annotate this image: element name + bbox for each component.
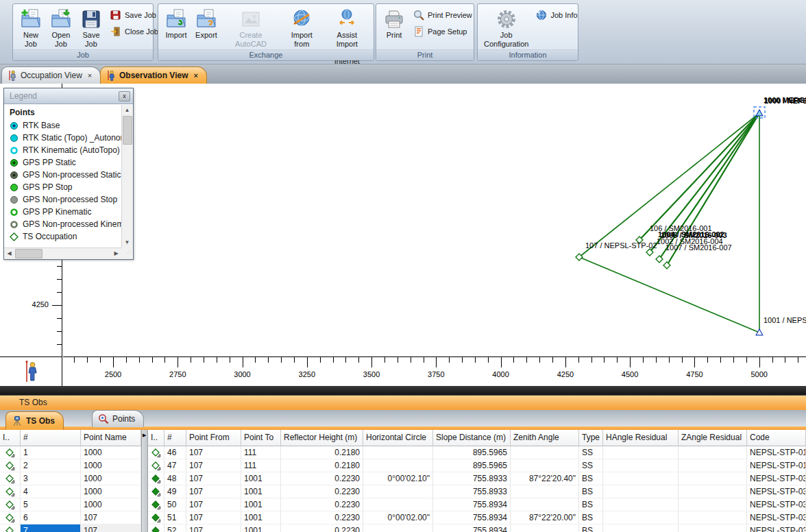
scrollbar-thumb[interactable] xyxy=(15,249,42,258)
scroll-right-icon[interactable]: ▶ xyxy=(111,248,121,258)
axis-tick xyxy=(57,266,62,267)
ts-occupation-marker xyxy=(663,262,670,269)
table-row[interactable]: 6107 xyxy=(0,511,141,524)
scroll-down-icon[interactable]: ▼ xyxy=(122,237,132,247)
column-header-reflector-height-m[interactable]: Reflector Height (m) xyxy=(281,430,363,446)
cell xyxy=(511,498,579,511)
export-button[interactable]: Export xyxy=(192,6,221,41)
legend-item-gps-non-processed-static[interactable]: GPS Non-processed Static xyxy=(4,169,121,181)
column-header-point-name[interactable]: Point Name xyxy=(81,430,141,446)
column-header-horizontal-circle[interactable]: Horizontal Circle xyxy=(363,430,433,446)
map-point-c4[interactable] xyxy=(663,262,670,269)
legend-header[interactable]: Legend x xyxy=(4,88,133,104)
column-header-point-to[interactable]: Point To xyxy=(241,430,281,446)
legend-item-gps-pp-kinematic[interactable]: GPS PP Kinematic xyxy=(4,206,121,218)
point-label: 1000 / NEPS xyxy=(764,97,806,105)
job-info-button[interactable]: Job Info xyxy=(536,10,577,21)
table-row[interactable]: 4910710010.2230755.8933BSNEPSL-STP-03 xyxy=(148,485,806,498)
column-header-zangle-residual[interactable]: ZAngle Residual xyxy=(679,430,747,446)
table-row[interactable]: 11000 xyxy=(0,446,141,459)
cell: 107 xyxy=(186,472,241,485)
panel-separator xyxy=(0,386,806,395)
column-header-point-from[interactable]: Point From xyxy=(186,430,241,446)
cell: 1 xyxy=(21,446,81,459)
table-row[interactable]: 31000 xyxy=(0,472,141,485)
axis-tick xyxy=(733,357,734,363)
print-preview-button[interactable]: Print Preview xyxy=(413,10,472,21)
tab-occupation-view[interactable]: Occupation View × xyxy=(1,66,101,84)
table-row[interactable]: 41000 xyxy=(0,485,141,498)
cell xyxy=(363,459,433,472)
legend-item-gps-non-processed-stop[interactable]: GPS Non-processed Stop xyxy=(4,193,121,206)
legend-item-gps-pp-stop[interactable]: GPS PP Stop xyxy=(4,181,121,193)
tab-points[interactable]: Points xyxy=(92,410,144,427)
column-header-zenith-angle[interactable]: Zenith Angle xyxy=(511,430,579,446)
column-header-i[interactable]: I.. xyxy=(0,430,21,446)
cell: NEPSL-STP-03 xyxy=(747,498,806,511)
scroll-left-icon[interactable]: ◀ xyxy=(4,248,14,258)
save-job-as-icon xyxy=(110,10,121,21)
legend-item-rtk-static-topo-autonor[interactable]: RTK Static (Topo) _Autonor xyxy=(4,132,121,144)
axis-tick xyxy=(411,357,411,363)
cell: 755.8933 xyxy=(433,485,511,498)
legend-item-rtk-kinematic-autotopo[interactable]: RTK Kinematic (AutoTopo) xyxy=(4,144,121,156)
column-header-code[interactable]: Code xyxy=(747,430,806,446)
table-row[interactable]: 5210710010.2230755.8934BSNEPSL-STP-03 xyxy=(148,524,806,532)
table-row[interactable]: 5110710010.22300°00'02.00"755.893487°22'… xyxy=(148,511,806,524)
close-tab-icon[interactable]: × xyxy=(88,71,92,80)
table-splitter[interactable]: ▶ xyxy=(141,430,148,532)
legend-vertical-scrollbar[interactable]: ▲ ▼ xyxy=(121,105,133,247)
scrollbar-thumb[interactable] xyxy=(123,116,132,145)
table-row[interactable]: 21000 xyxy=(0,459,141,472)
tab-ts-obs[interactable]: TS Obs xyxy=(5,411,64,430)
legend-item-ts-occupation[interactable]: TS Occupation xyxy=(4,230,121,243)
column-header-type[interactable]: Type xyxy=(579,430,603,446)
legend-item-label: GPS Non-processed Kinem xyxy=(23,219,121,229)
column-header-[interactable]: # xyxy=(164,430,186,446)
ts-observations-table: I..#Point FromPoint ToReflector Height (… xyxy=(148,430,806,532)
legend-item-gps-non-processed-kinem[interactable]: GPS Non-processed Kinem xyxy=(4,218,121,230)
cell: NEPSL-STP-03 xyxy=(747,511,806,524)
new-job-button[interactable]: New Job xyxy=(16,6,45,49)
close-tab-icon[interactable]: × xyxy=(193,71,197,80)
table-row[interactable]: 5010710010.2230755.8934BSNEPSL-STP-03 xyxy=(148,498,806,511)
tab-observation-view[interactable]: Observation View × xyxy=(100,66,207,84)
survey-map-canvas[interactable]: 1000 MERGE1000 / NEPS106 / SM2016-001100… xyxy=(63,84,806,356)
table-row[interactable]: 461071110.2180895.5965SSNEPSL-STP-01 xyxy=(148,446,806,459)
legend-close-button[interactable]: x xyxy=(119,91,130,101)
axis-tick xyxy=(539,357,540,363)
legend-horizontal-scrollbar[interactable]: ◀ ▶ xyxy=(4,247,121,259)
legend-item-rtk-base[interactable]: RTK Base xyxy=(4,119,121,132)
cell: 107 xyxy=(186,446,241,459)
print-button[interactable]: Print xyxy=(380,6,408,41)
axis-tick xyxy=(759,357,760,367)
table-row[interactable]: 4810710010.22300°00'02.10"755.893387°22'… xyxy=(148,472,806,485)
column-header-i[interactable]: I.. xyxy=(148,430,164,446)
job-configuration-button[interactable]: Job Configuration xyxy=(481,6,531,49)
table-row[interactable]: 7107 xyxy=(0,524,141,532)
scroll-up-icon[interactable]: ▲ xyxy=(122,105,132,115)
table-row[interactable]: 471071110.2180895.5965SSNEPSL-STP-01 xyxy=(148,459,806,472)
legend-panel: Legend x Points RTK BaseRTK Static (Topo… xyxy=(3,88,134,260)
column-header-[interactable]: # xyxy=(21,430,81,446)
rtk-static-marker-icon xyxy=(10,134,19,143)
observation-icon xyxy=(0,472,21,485)
cell xyxy=(679,472,747,485)
save-job-button[interactable]: Save Job xyxy=(77,6,106,49)
axis-tick xyxy=(449,357,450,363)
ribbon-group-job: New Job Open JobSave JobSave Job AsClose… xyxy=(12,3,154,61)
cell xyxy=(603,459,679,472)
page-setup-button[interactable]: Page Setup xyxy=(413,26,472,37)
table-row[interactable]: 51000 xyxy=(0,498,141,511)
observation-icon xyxy=(0,485,21,498)
button-label: Save Job xyxy=(82,31,99,48)
open-job-button[interactable]: Open Job xyxy=(47,6,75,49)
resize-grip[interactable]: .: xyxy=(121,247,133,259)
column-header-slope-distance-m[interactable]: Slope Distance (m) xyxy=(433,430,511,446)
import-button[interactable]: Import xyxy=(162,6,191,41)
legend-item-gps-pp-static[interactable]: GPS PP Static xyxy=(4,156,121,169)
observation-plot[interactable]: 1000 MERGE1000 / NEPS106 / SM2016-001100… xyxy=(63,84,806,356)
cell: 6 xyxy=(21,511,81,524)
globe-arrows-icon xyxy=(335,8,358,31)
column-header-hangle-residual[interactable]: HAngle Residual xyxy=(603,430,679,446)
